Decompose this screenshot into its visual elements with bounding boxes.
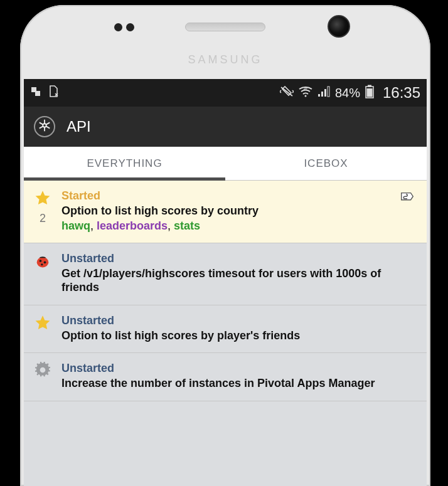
gear-icon <box>35 362 51 381</box>
tab-icebox[interactable]: ICEBOX <box>225 147 427 180</box>
svg-point-3 <box>304 95 306 97</box>
front-camera <box>328 15 350 38</box>
tab-everything[interactable]: EVERYTHING <box>24 147 225 180</box>
app-title: API <box>67 118 91 135</box>
story-item[interactable]: 2 Started Option to list high scores by … <box>24 181 427 243</box>
svg-rect-4 <box>318 94 320 97</box>
svg-point-16 <box>40 260 42 262</box>
battery-icon <box>365 85 374 102</box>
wifi-icon <box>299 86 312 100</box>
svg-point-15 <box>37 257 49 267</box>
tab-label: ICEBOX <box>304 157 348 170</box>
story-item[interactable]: Unstarted Get /v1/players/highscores tim… <box>24 243 427 305</box>
svg-rect-7 <box>328 87 329 97</box>
story-title: Option to list high scores by player's f… <box>61 329 418 343</box>
phone-frame: SAMSUNG 84% <box>20 5 430 486</box>
story-status: Unstarted <box>61 362 418 375</box>
phone-top-bezel: SAMSUNG <box>20 5 430 79</box>
story-label: leaderboards <box>97 219 168 232</box>
svg-point-14 <box>43 124 46 127</box>
svg-point-18 <box>41 263 43 265</box>
tab-bar: EVERYTHING ICEBOX <box>24 147 427 181</box>
star-icon <box>34 189 51 209</box>
svg-rect-6 <box>324 89 326 97</box>
story-label: stats <box>174 219 200 232</box>
story-status: Started <box>61 189 388 203</box>
svg-rect-10 <box>368 85 371 87</box>
android-statusbar: 84% 16:35 <box>24 79 427 107</box>
story-points: 2 <box>40 212 46 225</box>
tab-label: EVERYTHING <box>87 157 162 170</box>
story-item[interactable]: Unstarted Increase the number of instanc… <box>24 353 427 401</box>
bug-icon <box>34 252 51 272</box>
notification-icon <box>30 86 41 100</box>
svg-point-17 <box>44 261 46 263</box>
story-list[interactable]: 2 Started Option to list high scores by … <box>24 181 427 401</box>
svg-rect-5 <box>321 92 323 97</box>
signal-icon <box>317 86 330 100</box>
sim-icon <box>48 85 59 101</box>
battery-percent: 84% <box>335 86 360 100</box>
story-status: Unstarted <box>61 314 418 327</box>
clock: 16:35 <box>383 84 420 102</box>
story-title: Option to list high scores by country <box>61 204 388 218</box>
story-item[interactable]: Unstarted Option to list high scores by … <box>24 305 427 354</box>
app-header: API <box>24 107 427 147</box>
earpiece-speaker <box>185 23 265 31</box>
sensor-dots <box>114 23 138 34</box>
vibrate-icon <box>280 85 294 101</box>
svg-rect-9 <box>366 88 372 97</box>
attachment-icon <box>399 189 415 208</box>
story-title: Increase the number of instances in Pivo… <box>61 376 418 391</box>
screen: 84% 16:35 API EVERYTHING ICEBOX <box>24 79 427 486</box>
star-icon <box>34 314 51 334</box>
story-title: Get /v1/players/highscores timesout for … <box>61 267 418 295</box>
story-labels: hawq, leaderboards, stats <box>61 219 388 233</box>
snowflake-icon <box>38 119 51 135</box>
story-status: Unstarted <box>61 252 418 265</box>
brand-label: SAMSUNG <box>188 53 262 66</box>
svg-rect-1 <box>35 91 40 96</box>
app-icon[interactable] <box>34 116 55 137</box>
story-label: hawq <box>61 219 90 232</box>
